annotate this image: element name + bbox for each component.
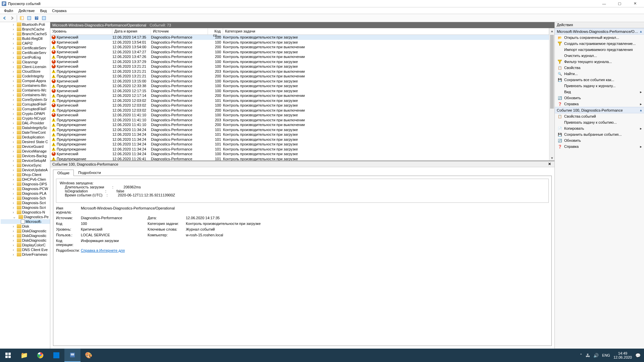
tray-network-icon[interactable]: 🖧	[586, 353, 590, 358]
tree-item[interactable]: Desired State C	[1, 139, 50, 144]
tree-item[interactable]: Containers-Wc	[1, 93, 50, 97]
navigation-tree[interactable]: Bluetooth-PoliBranchCacheBranchCacheSBui…	[0, 22, 50, 349]
tree-item[interactable]: Dhcp-Client	[1, 172, 50, 177]
online-help-link[interactable]: Справка в Интернете для	[81, 248, 125, 252]
tree-item[interactable]: BranchCacheS	[1, 32, 50, 36]
tab-general[interactable]: Общие	[53, 170, 74, 176]
tree-item[interactable]: DNS Client Eve	[1, 247, 50, 252]
tray-notifications-icon[interactable]: 💬	[635, 353, 641, 358]
tree-item[interactable]: Client-Licensin	[1, 64, 50, 69]
event-row[interactable]: Предупреждение12.06.2020 13:21:21Diagnos…	[50, 69, 549, 74]
details-close-icon[interactable]: ✕	[547, 162, 552, 166]
tree-item[interactable]: Build-RegDll	[1, 36, 50, 41]
event-row[interactable]: Критический12.06.2020 13:21:21Diagnostic…	[50, 64, 549, 69]
tree-item[interactable]: CoreSystem-Sr	[1, 97, 50, 102]
tree-item[interactable]: DeviceSetupM	[1, 158, 50, 163]
event-row[interactable]: Предупреждение12.06.2020 13:54:00Diagnos…	[50, 45, 549, 50]
event-row[interactable]: Предупреждение12.06.2020 12:17:14Diagnos…	[50, 93, 549, 98]
tree-item[interactable]: Diagnosis-Scri	[1, 205, 50, 210]
event-row[interactable]: Предупреждение12.06.2020 13:21:21Diagnos…	[50, 74, 549, 79]
action-item[interactable]: Создать настраиваемое представление...	[555, 41, 644, 47]
tree-item[interactable]: DriverFramewo	[1, 252, 50, 257]
event-row[interactable]: Предупреждение12.06.2020 13:47:26Diagnos…	[50, 54, 549, 59]
tree-item[interactable]: CertificateServ	[1, 50, 50, 55]
taskbar-paint[interactable]: 🎨	[80, 349, 97, 362]
toolbar-btn-2[interactable]	[26, 15, 33, 21]
taskbar-app1[interactable]	[48, 349, 64, 362]
tree-item[interactable]: Deduplication	[1, 135, 50, 139]
action-item[interactable]: Импорт настраиваемого представления	[555, 47, 644, 53]
forward-button[interactable]	[9, 15, 15, 21]
menu-view[interactable]: Вид	[37, 8, 49, 13]
event-row[interactable]: Критический12.06.2020 11:34:24Diagnostic…	[50, 152, 549, 157]
event-row[interactable]: Предупреждение12.06.2020 11:41:10Diagnos…	[50, 118, 549, 123]
tree-item[interactable]: Diagnosis-DPS	[1, 182, 50, 186]
tree-item[interactable]: Containers-Bin	[1, 83, 50, 88]
event-row[interactable]: Предупреждение12.06.2020 11:41:10Diagnos…	[50, 122, 549, 127]
taskbar-eventviewer[interactable]	[64, 349, 80, 362]
event-list[interactable]: Уровень Дата и время Источник Код со… Ка…	[50, 28, 549, 161]
scroll-up-icon[interactable]: ▴	[549, 28, 554, 34]
scroll-down-icon[interactable]: ▾	[549, 155, 554, 161]
tray-clock[interactable]: 14:49 12.06.2020	[613, 351, 632, 359]
col-source[interactable]: Источник	[151, 28, 208, 35]
tree-item[interactable]: CorruptedFileF	[1, 107, 50, 111]
action-item[interactable]: Найти...	[555, 71, 644, 77]
tab-details[interactable]: Подробности	[74, 169, 105, 176]
tree-item[interactable]: Cleanmgr	[1, 60, 50, 64]
tree-item[interactable]: Devices-Backg	[1, 154, 50, 158]
tree-item[interactable]: Diagnosis-Scri	[1, 200, 50, 205]
tree-item[interactable]: CodeIntegrity	[1, 74, 50, 78]
tree-item[interactable]: DateTimeCont	[1, 130, 50, 135]
back-button[interactable]	[1, 15, 8, 21]
event-row[interactable]: Критический12.06.2020 11:41:10Diagnostic…	[50, 113, 549, 118]
menu-help[interactable]: Справка	[49, 8, 69, 13]
action-item[interactable]: Фильтр текущего журнала...	[555, 59, 644, 65]
event-row[interactable]: Предупреждение12.06.2020 11:34:24Diagnos…	[50, 132, 549, 137]
tree-item[interactable]: Diagnosis-Sch	[1, 196, 50, 200]
tree-item[interactable]: Diagnosis-PLA	[1, 191, 50, 196]
tree-item[interactable]: DAL-Provider	[1, 121, 50, 125]
taskbar-explorer[interactable]: 📁	[16, 349, 32, 362]
event-row[interactable]: Предупреждение12.06.2020 11:34:24Diagnos…	[50, 127, 549, 132]
taskbar-chrome[interactable]	[32, 349, 48, 362]
tree-item[interactable]: CAPI2	[1, 41, 50, 46]
action-item[interactable]: Обновить	[555, 137, 644, 143]
event-row[interactable]: Предупреждение12.06.2020 12:03:02Diagnos…	[50, 98, 549, 103]
event-row[interactable]: Критический12.06.2020 13:54:01Diagnostic…	[50, 40, 549, 45]
event-row[interactable]: Критический12.06.2020 13:15:00Diagnostic…	[50, 79, 549, 84]
show-tree-button[interactable]	[18, 15, 25, 21]
tray-chevron-icon[interactable]: ˄	[580, 353, 582, 358]
collapse-icon[interactable]: ▴	[640, 108, 642, 112]
event-row[interactable]: Предупреждение12.06.2020 11:34:24Diagnos…	[50, 137, 549, 142]
action-item[interactable]: Очистить журнал...	[555, 53, 644, 59]
tree-item[interactable]: Bluetooth-Poli	[1, 22, 50, 27]
action-item[interactable]: Копировать▸	[555, 125, 644, 131]
tree-item[interactable]: Microsoft-	[1, 219, 50, 224]
column-headers[interactable]: Уровень Дата и время Источник Код со… Ка…	[50, 28, 549, 35]
event-row[interactable]: Предупреждение12.06.2020 11:34:24Diagnos…	[50, 147, 549, 152]
tray-volume-icon[interactable]: 🔊	[593, 353, 599, 358]
actions-section-event[interactable]: Событие 100, Diagnostics-Performance ▴	[555, 107, 644, 113]
tree-item[interactable]: BranchCache	[1, 27, 50, 32]
taskbar[interactable]: 📁 🎨 ˄ 🖧 🔊 ENG 14:49 12.06.2020 💬	[0, 349, 644, 362]
tree-item[interactable]: Disk	[1, 224, 50, 229]
action-item[interactable]: Свойства событий	[555, 113, 644, 119]
action-item[interactable]: Привязать задачу к журналу...	[555, 83, 644, 89]
vertical-scrollbar[interactable]: ▴ ▾	[549, 28, 554, 161]
tree-item[interactable]: DiskDiagnostic	[1, 238, 50, 243]
tray-language[interactable]: ENG	[602, 353, 610, 357]
tree-item[interactable]: CorruptedFileF	[1, 102, 50, 107]
tree-item[interactable]: DiskDiagnostic	[1, 233, 50, 238]
tree-item[interactable]: DeviceGuard	[1, 144, 50, 149]
action-item[interactable]: Сохранить все события как...	[555, 77, 644, 83]
event-row[interactable]: Критический12.06.2020 12:03:02Diagnostic…	[50, 103, 549, 108]
tree-item[interactable]: Crypto-NCrypt	[1, 116, 50, 121]
menu-file[interactable]: Файл	[1, 8, 16, 13]
toolbar-btn-4[interactable]	[41, 15, 47, 21]
help-button[interactable]: ?	[33, 15, 40, 21]
tree-item[interactable]: DeviceSync	[1, 163, 50, 168]
tree-item[interactable]: Containers-Wc	[1, 88, 50, 93]
tree-item[interactable]: CertPolEng	[1, 55, 50, 60]
action-item[interactable]: Справка▸	[555, 101, 644, 107]
